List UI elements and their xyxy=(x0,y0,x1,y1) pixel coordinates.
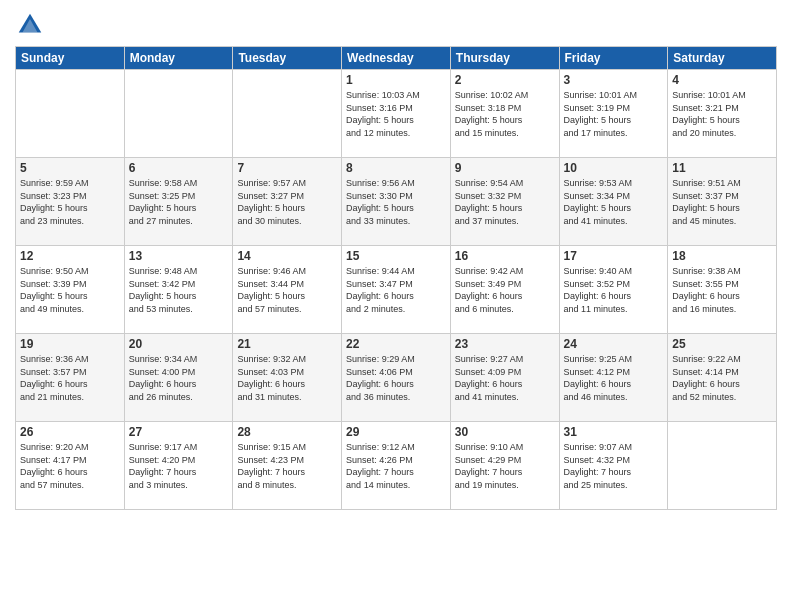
day-number: 19 xyxy=(20,337,120,351)
day-number: 16 xyxy=(455,249,555,263)
day-number: 1 xyxy=(346,73,446,87)
day-info: Sunrise: 9:57 AM Sunset: 3:27 PM Dayligh… xyxy=(237,177,337,227)
day-number: 6 xyxy=(129,161,229,175)
calendar-cell: 14Sunrise: 9:46 AM Sunset: 3:44 PM Dayli… xyxy=(233,246,342,334)
day-info: Sunrise: 10:01 AM Sunset: 3:21 PM Daylig… xyxy=(672,89,772,139)
day-info: Sunrise: 9:51 AM Sunset: 3:37 PM Dayligh… xyxy=(672,177,772,227)
calendar-cell: 31Sunrise: 9:07 AM Sunset: 4:32 PM Dayli… xyxy=(559,422,668,510)
day-info: Sunrise: 9:38 AM Sunset: 3:55 PM Dayligh… xyxy=(672,265,772,315)
day-number: 4 xyxy=(672,73,772,87)
day-number: 11 xyxy=(672,161,772,175)
day-number: 28 xyxy=(237,425,337,439)
day-info: Sunrise: 10:01 AM Sunset: 3:19 PM Daylig… xyxy=(564,89,664,139)
logo-icon xyxy=(15,10,45,40)
calendar-cell: 3Sunrise: 10:01 AM Sunset: 3:19 PM Dayli… xyxy=(559,70,668,158)
weekday-header-row: SundayMondayTuesdayWednesdayThursdayFrid… xyxy=(16,47,777,70)
week-row-3: 12Sunrise: 9:50 AM Sunset: 3:39 PM Dayli… xyxy=(16,246,777,334)
week-row-4: 19Sunrise: 9:36 AM Sunset: 3:57 PM Dayli… xyxy=(16,334,777,422)
calendar-cell xyxy=(233,70,342,158)
day-info: Sunrise: 9:32 AM Sunset: 4:03 PM Dayligh… xyxy=(237,353,337,403)
day-number: 3 xyxy=(564,73,664,87)
day-number: 20 xyxy=(129,337,229,351)
weekday-header-friday: Friday xyxy=(559,47,668,70)
calendar-cell: 15Sunrise: 9:44 AM Sunset: 3:47 PM Dayli… xyxy=(342,246,451,334)
week-row-2: 5Sunrise: 9:59 AM Sunset: 3:23 PM Daylig… xyxy=(16,158,777,246)
day-number: 7 xyxy=(237,161,337,175)
page-container: SundayMondayTuesdayWednesdayThursdayFrid… xyxy=(0,0,792,612)
calendar-cell: 6Sunrise: 9:58 AM Sunset: 3:25 PM Daylig… xyxy=(124,158,233,246)
day-info: Sunrise: 9:36 AM Sunset: 3:57 PM Dayligh… xyxy=(20,353,120,403)
calendar-cell: 16Sunrise: 9:42 AM Sunset: 3:49 PM Dayli… xyxy=(450,246,559,334)
weekday-header-wednesday: Wednesday xyxy=(342,47,451,70)
day-info: Sunrise: 9:42 AM Sunset: 3:49 PM Dayligh… xyxy=(455,265,555,315)
day-number: 18 xyxy=(672,249,772,263)
day-number: 26 xyxy=(20,425,120,439)
calendar-cell: 28Sunrise: 9:15 AM Sunset: 4:23 PM Dayli… xyxy=(233,422,342,510)
calendar-cell: 19Sunrise: 9:36 AM Sunset: 3:57 PM Dayli… xyxy=(16,334,125,422)
day-info: Sunrise: 9:25 AM Sunset: 4:12 PM Dayligh… xyxy=(564,353,664,403)
week-row-1: 1Sunrise: 10:03 AM Sunset: 3:16 PM Dayli… xyxy=(16,70,777,158)
calendar-table: SundayMondayTuesdayWednesdayThursdayFrid… xyxy=(15,46,777,510)
day-info: Sunrise: 9:17 AM Sunset: 4:20 PM Dayligh… xyxy=(129,441,229,491)
calendar-cell: 9Sunrise: 9:54 AM Sunset: 3:32 PM Daylig… xyxy=(450,158,559,246)
day-number: 23 xyxy=(455,337,555,351)
day-info: Sunrise: 9:27 AM Sunset: 4:09 PM Dayligh… xyxy=(455,353,555,403)
calendar-cell: 29Sunrise: 9:12 AM Sunset: 4:26 PM Dayli… xyxy=(342,422,451,510)
calendar-cell: 20Sunrise: 9:34 AM Sunset: 4:00 PM Dayli… xyxy=(124,334,233,422)
week-row-5: 26Sunrise: 9:20 AM Sunset: 4:17 PM Dayli… xyxy=(16,422,777,510)
calendar-cell: 24Sunrise: 9:25 AM Sunset: 4:12 PM Dayli… xyxy=(559,334,668,422)
day-info: Sunrise: 9:12 AM Sunset: 4:26 PM Dayligh… xyxy=(346,441,446,491)
calendar-cell xyxy=(124,70,233,158)
day-number: 14 xyxy=(237,249,337,263)
calendar-cell xyxy=(668,422,777,510)
calendar-cell: 13Sunrise: 9:48 AM Sunset: 3:42 PM Dayli… xyxy=(124,246,233,334)
day-number: 5 xyxy=(20,161,120,175)
calendar-cell xyxy=(16,70,125,158)
weekday-header-saturday: Saturday xyxy=(668,47,777,70)
day-info: Sunrise: 9:34 AM Sunset: 4:00 PM Dayligh… xyxy=(129,353,229,403)
day-number: 12 xyxy=(20,249,120,263)
day-number: 24 xyxy=(564,337,664,351)
day-info: Sunrise: 9:22 AM Sunset: 4:14 PM Dayligh… xyxy=(672,353,772,403)
day-info: Sunrise: 9:07 AM Sunset: 4:32 PM Dayligh… xyxy=(564,441,664,491)
calendar-cell: 2Sunrise: 10:02 AM Sunset: 3:18 PM Dayli… xyxy=(450,70,559,158)
day-info: Sunrise: 9:54 AM Sunset: 3:32 PM Dayligh… xyxy=(455,177,555,227)
calendar-cell: 30Sunrise: 9:10 AM Sunset: 4:29 PM Dayli… xyxy=(450,422,559,510)
calendar-cell: 26Sunrise: 9:20 AM Sunset: 4:17 PM Dayli… xyxy=(16,422,125,510)
day-info: Sunrise: 9:20 AM Sunset: 4:17 PM Dayligh… xyxy=(20,441,120,491)
day-number: 21 xyxy=(237,337,337,351)
calendar-cell: 27Sunrise: 9:17 AM Sunset: 4:20 PM Dayli… xyxy=(124,422,233,510)
day-info: Sunrise: 9:46 AM Sunset: 3:44 PM Dayligh… xyxy=(237,265,337,315)
calendar-cell: 4Sunrise: 10:01 AM Sunset: 3:21 PM Dayli… xyxy=(668,70,777,158)
day-info: Sunrise: 9:44 AM Sunset: 3:47 PM Dayligh… xyxy=(346,265,446,315)
day-number: 17 xyxy=(564,249,664,263)
day-number: 30 xyxy=(455,425,555,439)
day-info: Sunrise: 9:53 AM Sunset: 3:34 PM Dayligh… xyxy=(564,177,664,227)
day-number: 8 xyxy=(346,161,446,175)
day-number: 22 xyxy=(346,337,446,351)
day-info: Sunrise: 9:15 AM Sunset: 4:23 PM Dayligh… xyxy=(237,441,337,491)
weekday-header-monday: Monday xyxy=(124,47,233,70)
day-number: 10 xyxy=(564,161,664,175)
calendar-cell: 5Sunrise: 9:59 AM Sunset: 3:23 PM Daylig… xyxy=(16,158,125,246)
day-number: 29 xyxy=(346,425,446,439)
day-info: Sunrise: 10:02 AM Sunset: 3:18 PM Daylig… xyxy=(455,89,555,139)
day-info: Sunrise: 9:50 AM Sunset: 3:39 PM Dayligh… xyxy=(20,265,120,315)
header xyxy=(15,10,777,40)
logo xyxy=(15,10,49,40)
calendar-cell: 8Sunrise: 9:56 AM Sunset: 3:30 PM Daylig… xyxy=(342,158,451,246)
day-info: Sunrise: 9:29 AM Sunset: 4:06 PM Dayligh… xyxy=(346,353,446,403)
weekday-header-thursday: Thursday xyxy=(450,47,559,70)
day-info: Sunrise: 10:03 AM Sunset: 3:16 PM Daylig… xyxy=(346,89,446,139)
weekday-header-sunday: Sunday xyxy=(16,47,125,70)
calendar-cell: 7Sunrise: 9:57 AM Sunset: 3:27 PM Daylig… xyxy=(233,158,342,246)
day-number: 31 xyxy=(564,425,664,439)
calendar-cell: 25Sunrise: 9:22 AM Sunset: 4:14 PM Dayli… xyxy=(668,334,777,422)
day-info: Sunrise: 9:48 AM Sunset: 3:42 PM Dayligh… xyxy=(129,265,229,315)
day-info: Sunrise: 9:58 AM Sunset: 3:25 PM Dayligh… xyxy=(129,177,229,227)
calendar-cell: 21Sunrise: 9:32 AM Sunset: 4:03 PM Dayli… xyxy=(233,334,342,422)
calendar-cell: 22Sunrise: 9:29 AM Sunset: 4:06 PM Dayli… xyxy=(342,334,451,422)
calendar-cell: 23Sunrise: 9:27 AM Sunset: 4:09 PM Dayli… xyxy=(450,334,559,422)
day-number: 9 xyxy=(455,161,555,175)
calendar-cell: 10Sunrise: 9:53 AM Sunset: 3:34 PM Dayli… xyxy=(559,158,668,246)
